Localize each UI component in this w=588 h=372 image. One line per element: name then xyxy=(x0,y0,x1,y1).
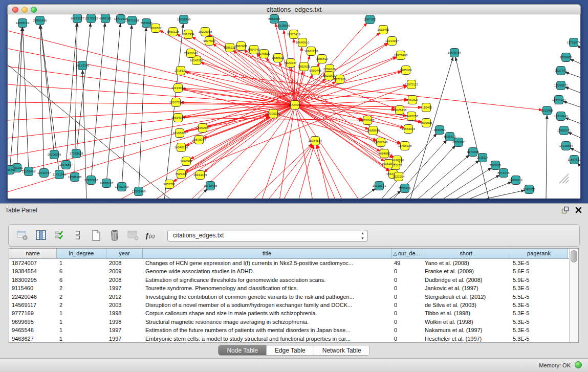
network-node[interactable]: 7663822 xyxy=(149,24,162,33)
table-selector-dropdown[interactable]: citations_edges.txt ▲▼ xyxy=(167,230,368,242)
network-node[interactable]: 7733426 xyxy=(399,184,411,193)
network-node[interactable]: 7932621 xyxy=(489,161,502,170)
table-row[interactable]: 1872400712008Changes of HCN gene express… xyxy=(9,259,569,267)
network-graph[interactable]: 1405572420891406106532871527660264661611… xyxy=(8,14,580,199)
node-label: 16053809 xyxy=(177,18,191,21)
network-node[interactable]: 1615483 xyxy=(377,26,389,34)
node-label: 7625402 xyxy=(175,172,187,176)
node-label: 15751874 xyxy=(567,41,580,44)
node-label: 8220337 xyxy=(285,61,297,64)
cell-pagerank: 5.3E-5 xyxy=(510,335,568,343)
node-label: 9857791 xyxy=(163,183,176,186)
network-node[interactable]: 2967608 xyxy=(235,42,247,51)
table-row[interactable]: 1830029562008Estimation of significance … xyxy=(9,276,569,284)
network-node[interactable]: 6379197 xyxy=(452,138,465,147)
table-row[interactable]: 911546021997Tourette syndrome. Phenomeno… xyxy=(9,284,569,292)
table-settings-icon[interactable] xyxy=(15,228,30,243)
node-label: 7733426 xyxy=(399,187,411,190)
select-rows-icon[interactable] xyxy=(52,228,67,243)
network-node[interactable]: 9227341 xyxy=(555,67,567,75)
node-label: 11451949 xyxy=(53,173,67,176)
network-node[interactable]: 9777169 xyxy=(334,75,346,84)
network-node[interactable]: 8912954 xyxy=(182,30,194,39)
cell-pagerank: 5.6E-5 xyxy=(510,267,568,275)
table-row[interactable]: 977716911998Corpus callosum shape and si… xyxy=(9,309,569,317)
node-label: 1821072 xyxy=(323,74,335,77)
column-header-title[interactable]: title xyxy=(143,249,391,258)
node-label: 12213967 xyxy=(385,39,399,42)
network-node[interactable]: 9329966 xyxy=(560,53,572,62)
row-height-icon[interactable] xyxy=(70,228,85,243)
network-node[interactable]: 9245052 xyxy=(523,185,535,194)
import-table-icon[interactable] xyxy=(125,228,141,243)
delete-icon[interactable] xyxy=(107,228,122,243)
table-row[interactable]: 946554611997Estimation of the future num… xyxy=(9,326,569,334)
column-header-in_degree[interactable]: in_degree xyxy=(57,249,106,258)
tab-node-table[interactable]: Node Table xyxy=(219,345,267,355)
network-node[interactable]: 9827509 xyxy=(203,37,215,46)
node-label: 17359928 xyxy=(70,152,83,155)
table-row[interactable]: 946362711997Embryonic stem cells: a mode… xyxy=(9,335,569,343)
network-node[interactable]: 7615526 xyxy=(140,19,153,28)
attribute-table: namein_degreeyeartitle△out_de...shortpag… xyxy=(9,248,579,343)
node-label: 9115460 xyxy=(421,106,433,109)
network-node[interactable]: 2522254 xyxy=(393,172,405,181)
network-node[interactable]: 9463627 xyxy=(406,96,419,104)
table-row[interactable]: 1456911722003Disruption of a novel membe… xyxy=(9,301,569,309)
network-node[interactable]: 1640993 xyxy=(180,157,192,166)
table-scrollbar-thumb[interactable] xyxy=(571,250,577,262)
node-label: 10653287 xyxy=(71,17,84,20)
network-node[interactable]: 9990448 xyxy=(309,67,321,75)
cell-out_de: 0 xyxy=(391,326,422,334)
network-node[interactable]: 9146821 xyxy=(258,50,270,58)
table-row[interactable]: 2242004622012Investigating the contribut… xyxy=(9,293,569,301)
table-row[interactable]: 969969511998Structural magnetic resonanc… xyxy=(9,318,569,326)
table-row[interactable]: 1938455462009Genome-wide association stu… xyxy=(9,267,569,275)
column-header-short[interactable]: short xyxy=(422,249,510,258)
node-label: 16914479 xyxy=(193,173,207,177)
network-node[interactable]: 9860128 xyxy=(167,28,179,36)
network-node[interactable]: 8471676 xyxy=(497,169,510,178)
network-node[interactable]: 9857791 xyxy=(163,180,176,189)
network-node[interactable]: 2007082 xyxy=(364,15,376,24)
column-header-out_de[interactable]: △out_de... xyxy=(391,249,422,258)
tab-edge-table[interactable]: Edge Table xyxy=(267,345,314,355)
cell-out_de: 49 xyxy=(391,259,422,267)
network-node[interactable]: 1588520 xyxy=(272,54,284,62)
network-node[interactable]: 9474444 xyxy=(467,148,479,157)
node-label: 2718120 xyxy=(175,69,187,72)
tab-network-table[interactable]: Network Table xyxy=(314,345,369,355)
close-panel-icon[interactable] xyxy=(575,207,582,213)
cell-year: 2009 xyxy=(106,267,143,275)
network-node[interactable]: 7625402 xyxy=(175,170,187,179)
network-canvas[interactable]: 1405572420891406106532871527660264661611… xyxy=(8,14,580,199)
network-node[interactable]: 8813054 xyxy=(268,15,280,24)
network-node[interactable]: 9115460 xyxy=(421,103,433,112)
cell-out_de: 0 xyxy=(391,301,422,309)
network-node[interactable]: 1640954 xyxy=(433,126,446,135)
column-header-name[interactable]: name xyxy=(9,249,57,258)
network-node[interactable]: 6466161 xyxy=(99,14,112,23)
network-node[interactable]: 2718120 xyxy=(175,67,187,75)
network-node[interactable]: 1862615 xyxy=(298,62,310,71)
network-node[interactable]: 7955812 xyxy=(316,55,328,63)
network-node[interactable]: 8186328 xyxy=(224,43,236,52)
column-header-pagerank[interactable]: pagerank xyxy=(510,249,568,258)
column-header-year[interactable]: year xyxy=(106,249,143,258)
network-node[interactable]: 8220337 xyxy=(285,59,297,68)
network-node[interactable]: 9699695 xyxy=(420,119,432,127)
network-node[interactable]: 9684067 xyxy=(378,149,390,158)
network-node[interactable]: 8215958 xyxy=(541,106,553,115)
node-label: 10975887 xyxy=(59,163,73,166)
table-scrollbar[interactable] xyxy=(569,249,578,342)
table-body: 1872400712008Changes of HCN gene express… xyxy=(9,259,569,343)
network-node[interactable]: 2935114 xyxy=(477,154,489,162)
network-node[interactable]: 7485063 xyxy=(400,66,412,75)
float-window-icon[interactable] xyxy=(561,206,569,214)
show-columns-icon[interactable] xyxy=(33,228,49,243)
function-builder-icon[interactable]: f(x) xyxy=(144,228,159,243)
node-label: 9684067 xyxy=(378,152,390,155)
new-document-icon[interactable] xyxy=(89,228,104,243)
node-label: 12444134 xyxy=(552,98,566,101)
window-titlebar[interactable]: citations_edges.txt xyxy=(7,4,581,14)
